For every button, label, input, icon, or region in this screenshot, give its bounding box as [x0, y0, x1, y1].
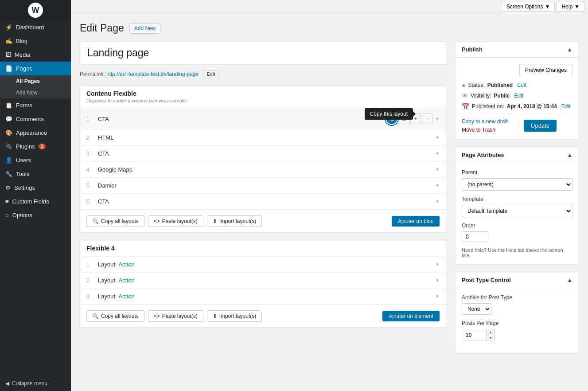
- sidebar-sub-add-new[interactable]: Add New: [0, 87, 71, 98]
- layout-row-2: 2 HTML ▼: [80, 130, 446, 146]
- sidebar-item-plugins[interactable]: 🔌 Plugins 3: [0, 140, 71, 153]
- page-header: Edit Page Add New: [80, 22, 579, 34]
- collapse-menu[interactable]: ◀ Collapse menu: [0, 376, 71, 391]
- spinner-down-button[interactable]: ▼: [487, 335, 495, 341]
- remove-layout-button-1[interactable]: −: [422, 113, 432, 124]
- archive-select-wrap: None: [462, 303, 572, 315]
- flex4-chevron-1[interactable]: ▼: [435, 262, 440, 267]
- order-row: Order: [462, 223, 572, 242]
- post-type-control-chevron-icon: ▲: [567, 277, 572, 283]
- sidebar-item-dashboard[interactable]: ⚡ Dashboard: [0, 20, 71, 34]
- add-new-button[interactable]: Add New: [129, 23, 161, 34]
- page-title: Edit Page: [80, 22, 124, 34]
- sidebar-item-media[interactable]: 🖼 Media: [0, 48, 71, 62]
- import-label: Import layout(s): [219, 218, 256, 224]
- publish-panel-body: Preview Changes ● Status: Published Edit…: [456, 58, 579, 139]
- page-attributes-body: Parent (no parent) Template Default Temp…: [456, 163, 579, 264]
- screen-options-button[interactable]: Screen Options ▼: [502, 2, 555, 12]
- preview-changes-button[interactable]: Preview Changes: [519, 64, 572, 76]
- flex4-num-3: 3: [86, 293, 93, 300]
- flex4-import-button[interactable]: ⬆ Import layout(s): [207, 310, 262, 322]
- sidebar-item-custom-fields[interactable]: ≡ Custom Fields: [0, 195, 71, 208]
- sidebar-item-forms[interactable]: 📋 Forms: [0, 98, 71, 112]
- tools-icon: 🔧: [5, 171, 12, 177]
- contenu-flexible-header: Contenu Flexible Disposez le contenu com…: [80, 86, 446, 108]
- sidebar-item-options[interactable]: ○ Options: [0, 208, 71, 222]
- chevron-icon-4[interactable]: ▼: [435, 167, 440, 172]
- sidebar-sub-all-pages[interactable]: All Pages: [0, 75, 71, 87]
- flex4-chevron-2[interactable]: ▼: [435, 278, 440, 283]
- sidebar-item-label: Settings: [14, 184, 35, 191]
- code-icon: <>: [154, 218, 160, 224]
- eye-icon: 👁: [462, 92, 468, 99]
- published-on-label: Published on:: [472, 103, 504, 109]
- copy-draft-link[interactable]: Copy to a new draft: [462, 118, 508, 125]
- blog-icon: ✍: [5, 38, 12, 44]
- chevron-icon-1[interactable]: ▼: [435, 117, 440, 121]
- copy-all-layouts-button[interactable]: 🔍 Copy all layouts: [86, 215, 144, 227]
- template-select[interactable]: Default Template: [462, 205, 572, 217]
- chevron-icon-5[interactable]: ▼: [435, 183, 440, 188]
- flex4-action-word-1: Action: [119, 261, 135, 268]
- update-button[interactable]: Update: [524, 120, 557, 132]
- flex4-label-1: Layout Action: [98, 261, 429, 268]
- template-label: Template: [462, 196, 572, 202]
- permalink-edit-button[interactable]: Edit: [203, 70, 219, 78]
- sidebar-item-settings[interactable]: ⚙ Settings: [0, 181, 71, 195]
- copy-layout-button[interactable]: ⧉: [386, 113, 398, 125]
- status-edit-link[interactable]: Edit: [517, 82, 526, 88]
- paste-layouts-button[interactable]: <> Paste layout(s): [148, 215, 203, 227]
- flex4-copy-all-button[interactable]: 🔍 Copy all layouts: [86, 310, 144, 322]
- sidebar-item-appearance[interactable]: 🎨 Appearance: [0, 126, 71, 140]
- publish-title: Publish: [462, 46, 483, 53]
- flex4-row-2: 2 Layout Action ▼: [80, 273, 446, 289]
- flex4-chevron-3[interactable]: ▼: [435, 294, 440, 299]
- status-value: Published: [487, 82, 513, 88]
- post-type-control-header[interactable]: Post Type Control ▲: [456, 272, 579, 288]
- forms-icon: 📋: [5, 102, 12, 109]
- sidebar-item-label: Users: [16, 157, 31, 164]
- sidebar-item-label: Media: [15, 51, 30, 58]
- parent-row: Parent (no parent): [462, 169, 572, 191]
- sidebar-item-tools[interactable]: 🔧 Tools: [0, 167, 71, 181]
- permalink-url[interactable]: http://acf-template-test.dv/landing-page: [106, 71, 199, 77]
- import-layouts-button[interactable]: ⬆ Import layout(s): [207, 215, 262, 227]
- delete-layout-button-1[interactable]: 🗑: [399, 113, 409, 124]
- order-input[interactable]: [462, 231, 488, 242]
- archive-select[interactable]: None: [462, 303, 491, 315]
- ajouter-bloc-button[interactable]: Ajouter un bloc: [392, 216, 440, 227]
- archive-row: Archive for Post Type None: [462, 294, 572, 315]
- help-button[interactable]: Help ▼: [557, 2, 584, 12]
- published-on-edit-link[interactable]: Edit: [561, 103, 571, 109]
- visibility-edit-link[interactable]: Edit: [514, 93, 523, 99]
- page-title-input[interactable]: [80, 41, 446, 65]
- parent-select[interactable]: (no parent): [462, 178, 572, 191]
- sidebar-item-label: Pages: [16, 65, 32, 72]
- page-attributes-header[interactable]: Page Attributes ▲: [456, 147, 579, 163]
- ajouter-element-button[interactable]: Ajouter un élément: [382, 311, 440, 321]
- post-type-control-panel: Post Type Control ▲ Archive for Post Typ…: [455, 272, 579, 353]
- flex4-search-icon: 🔍: [92, 313, 99, 319]
- page-attributes-panel: Page Attributes ▲ Parent (no parent) Tem…: [455, 147, 579, 265]
- publish-panel-header[interactable]: Publish ▲: [456, 42, 579, 58]
- template-row: Template Default Template: [462, 196, 572, 217]
- sidebar-item-blog[interactable]: ✍ Blog: [0, 34, 71, 48]
- chevron-icon-3[interactable]: ▼: [435, 151, 440, 156]
- posts-per-page-input[interactable]: [462, 330, 486, 340]
- sidebar-item-label: Custom Fields: [12, 198, 49, 205]
- sidebar-item-label: Dashboard: [16, 24, 44, 31]
- add-layout-button-1[interactable]: +: [410, 113, 421, 124]
- spinner-up-button[interactable]: ▲: [487, 329, 495, 335]
- flex4-row-1: 1 Layout Action ▼: [80, 257, 446, 273]
- paste-label: Paste layout(s): [162, 218, 198, 224]
- chevron-icon-2[interactable]: ▼: [435, 135, 440, 140]
- chevron-icon-6[interactable]: ▼: [435, 199, 440, 204]
- sidebar-item-pages[interactable]: 📄 Pages: [0, 62, 71, 75]
- sidebar-item-comments[interactable]: 💬 Comments: [0, 112, 71, 126]
- permalink-row: Permalink: http://acf-template-test.dv/l…: [80, 70, 446, 78]
- move-trash-link[interactable]: Move to Trash: [462, 127, 495, 133]
- published-on-row: 📅 Published on: Apr 4, 2018 @ 15:44 Edit: [462, 103, 572, 110]
- order-label: Order: [462, 223, 572, 229]
- flex4-paste-button[interactable]: <> Paste layout(s): [148, 310, 203, 322]
- sidebar-item-users[interactable]: 👤 Users: [0, 153, 71, 167]
